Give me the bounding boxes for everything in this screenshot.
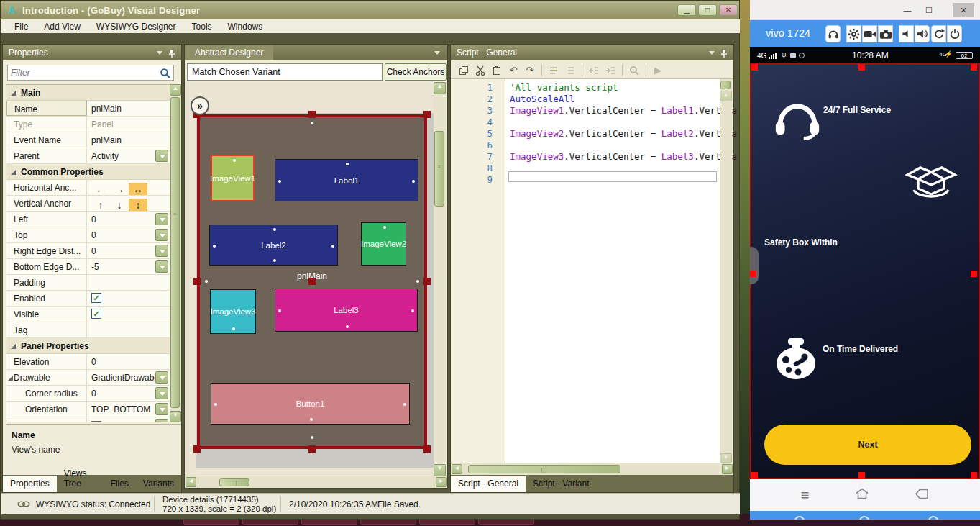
comment-icon[interactable] [546, 63, 561, 78]
property-value[interactable]: 0 [87, 243, 180, 258]
cut-icon[interactable] [473, 63, 487, 78]
filter-input[interactable] [8, 66, 152, 79]
category-common-properties[interactable]: Common Properties [6, 164, 180, 180]
expander-icon[interactable] [11, 170, 16, 175]
property-value[interactable]: pnlMain [87, 132, 180, 148]
maximize-button[interactable]: □ [698, 4, 717, 16]
anchor-option-icon[interactable]: ← [91, 183, 110, 195]
design-view-label2[interactable]: Label2 [209, 225, 338, 266]
expander-icon[interactable] [11, 91, 16, 96]
menu-wysiwyg-designer[interactable]: WYSIWYG Designer [89, 21, 183, 32]
design-view-label1[interactable]: Label1 [275, 159, 418, 201]
design-view-label3[interactable]: Label3 [275, 289, 418, 332]
volume-up-button[interactable] [915, 25, 930, 42]
selection-handle[interactable] [971, 271, 977, 277]
selection-handle[interactable] [193, 445, 201, 453]
property-value[interactable]: 0 [87, 386, 180, 401]
power-button[interactable] [947, 25, 962, 42]
dropdown-button[interactable] [155, 419, 168, 422]
chevron-down-icon[interactable] [434, 51, 440, 55]
property-value[interactable]: ↑↓↕ [87, 196, 180, 211]
maximize-button[interactable]: ☐ [920, 3, 938, 17]
phone-app-screen[interactable]: 24/7 Full Service Safety Box Within On T… [750, 63, 980, 479]
selection-handle[interactable] [971, 64, 977, 71]
expand-tools-button[interactable]: » [191, 96, 209, 115]
selection-handle[interactable] [423, 278, 431, 285]
property-value[interactable] [87, 322, 180, 337]
variant-selector[interactable]: Match Chosen Variant [187, 63, 383, 81]
selection-handle[interactable] [751, 64, 758, 71]
minimize-button[interactable]: ▁ [677, 4, 696, 16]
selection-handle[interactable] [308, 111, 316, 118]
property-value[interactable]: ✓ [87, 307, 180, 322]
search-icon[interactable] [627, 63, 641, 78]
back-button[interactable] [915, 489, 929, 502]
code-hscrollbar[interactable]: ◄ ||| ► [451, 463, 733, 475]
dropdown-button[interactable] [155, 245, 168, 257]
tab-views-tree[interactable]: Views Tree [57, 466, 104, 492]
property-value[interactable]: ✓ [87, 291, 180, 306]
property-value[interactable]: GradientDrawable [87, 370, 180, 385]
copy-icon[interactable] [457, 63, 471, 78]
tab-variants[interactable]: Variants [136, 476, 181, 492]
property-grid-scrollbar[interactable]: ▲ ≡ ▼ [170, 84, 181, 422]
canvas-vscrollbar[interactable]: ▲ ≡ ▼ [434, 82, 446, 476]
code-line[interactable]: 7ImageView3.VerticalCenter = Label3.Vert… [451, 151, 720, 163]
dropdown-button[interactable] [155, 213, 168, 225]
chevron-down-icon[interactable] [709, 51, 715, 55]
selection-handle[interactable] [751, 472, 758, 479]
undo-icon[interactable]: ↶ [506, 63, 521, 78]
property-value[interactable] [87, 275, 180, 290]
property-value[interactable]: -5 [87, 259, 180, 274]
selection-handle[interactable] [308, 445, 316, 453]
selection-handle[interactable] [193, 278, 201, 285]
checkbox[interactable]: ✓ [91, 309, 101, 319]
selection-handle[interactable] [971, 472, 977, 479]
tab-files[interactable]: Files [104, 476, 136, 492]
run-icon[interactable]: ▶ [651, 63, 665, 78]
property-value[interactable]: ←→↔ [87, 180, 180, 195]
minimize-button[interactable]: — [898, 3, 917, 17]
code-editor[interactable]: 1'All variants script2AutoScaleAll3Image… [451, 79, 720, 464]
design-view-imageview2[interactable]: ImageView2 [361, 222, 406, 266]
dropdown-button[interactable] [155, 260, 168, 273]
code-line-input[interactable] [508, 171, 717, 182]
code-line[interactable]: 6 [451, 140, 720, 151]
menu-file[interactable]: File [7, 21, 35, 32]
category-panel-properties[interactable]: Panel Properties [6, 338, 180, 354]
design-view-button1[interactable]: Button1 [211, 383, 410, 425]
dropdown-button[interactable] [155, 229, 168, 241]
chevron-down-icon[interactable] [157, 51, 162, 55]
property-value[interactable]: #FF1F28 [87, 417, 180, 422]
expander-icon[interactable] [11, 344, 16, 349]
rotate-button[interactable] [931, 25, 946, 42]
pin-icon[interactable] [720, 47, 728, 63]
pin-icon[interactable] [168, 47, 175, 63]
indent-icon[interactable] [603, 63, 618, 78]
property-value[interactable]: pnlMain [87, 101, 180, 116]
anchor-option-icon[interactable]: ↑ [91, 199, 110, 211]
code-vscrollbar[interactable]: ▲ ▼ [720, 79, 732, 464]
dropdown-button[interactable] [155, 403, 168, 415]
dropdown-button[interactable] [155, 371, 168, 384]
dropdown-button[interactable] [155, 387, 168, 399]
anchor-option-icon[interactable]: ↓ [110, 199, 129, 211]
expander-icon[interactable] [8, 376, 13, 381]
anchor-option-icon[interactable]: ↔ [129, 183, 147, 195]
menu-tools[interactable]: Tools [185, 21, 219, 32]
checkbox[interactable]: ✓ [91, 293, 101, 303]
edge-assist-handle[interactable] [750, 247, 759, 284]
selection-handle[interactable] [423, 111, 431, 118]
code-line[interactable]: 5ImageView2.VerticalCenter = Label2.Vert… [451, 128, 720, 140]
check-anchors-button[interactable]: Check Anchors [385, 63, 447, 81]
selection-handle[interactable] [858, 472, 865, 479]
record-button[interactable] [862, 25, 877, 42]
design-view-imageview1[interactable]: ImageView1 [211, 155, 255, 201]
menu-add-view[interactable]: Add View [37, 21, 87, 32]
dropdown-button[interactable] [155, 150, 168, 162]
uncomment-icon[interactable] [563, 63, 577, 78]
property-value[interactable]: 0 [87, 227, 180, 242]
selection-handle[interactable] [308, 278, 316, 285]
code-line[interactable]: 4 [451, 117, 720, 128]
design-view-imageview3[interactable]: ImageView3 [210, 289, 256, 334]
